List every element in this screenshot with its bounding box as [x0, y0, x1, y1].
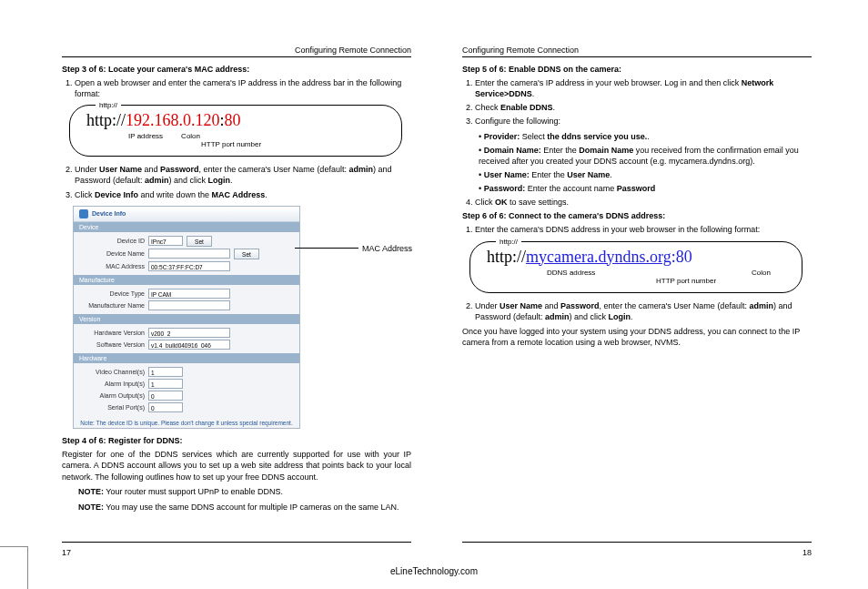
device-info-title: Device Info [92, 210, 126, 217]
footer-site: eLineTechnology.com [0, 566, 868, 576]
url-callout-ip: http:// http://192.168.0.120:80 IP addre… [69, 105, 402, 157]
section-header-left: Configuring Remote Connection [62, 46, 411, 55]
url-callout-ddns: http:// http://mycamera.dyndns.org:80 DD… [469, 241, 802, 293]
step4-note2: NOTE: You may use the same DDNS account … [78, 502, 411, 513]
url-ip: 192.168.0.120 [126, 111, 220, 129]
set-button-2[interactable]: Set [234, 249, 259, 259]
header-rule [62, 56, 411, 57]
serial-port-input[interactable]: 0 [148, 402, 183, 412]
device-info-header: Device Info [74, 207, 299, 222]
s5-item-1: Enter the camera's IP address in your we… [475, 77, 812, 99]
page-right: Configuring Remote Connection Step 5 of … [437, 27, 837, 564]
row-alarm-out: Alarm Output(s)0 [77, 391, 296, 401]
device-note: Note: The device ID is unique. Please do… [74, 416, 299, 428]
url2-sub: DDNS address Colon [483, 269, 789, 277]
s5-item-2: Check Enable DDNS. [475, 102, 812, 113]
manu-name-input[interactable] [148, 300, 230, 310]
url-main-2: http://mycamera.dyndns.org:80 [483, 246, 789, 269]
s5-bul-2: Domain Name: Enter the Domain Name you r… [479, 145, 812, 167]
step6-title: Step 6 of 6: Connect to the camera's DDN… [462, 211, 812, 220]
device-id-input[interactable]: IPnc7 [148, 236, 183, 246]
step4-note1: NOTE: Your router must support UPnP to e… [78, 486, 411, 498]
s3-item-3: Click Device Info and write down the MAC… [75, 189, 411, 200]
url-tag-2: http:// [496, 238, 521, 246]
page-spread: Configuring Remote Connection Step 3 of … [36, 27, 855, 564]
sub-port: HTTP port number [201, 140, 261, 148]
row-device-type: Device TypeIP CAM [77, 289, 296, 299]
sub-colon: Colon [181, 132, 200, 140]
step6-list-cont: Under User Name and Password, enter the … [462, 300, 812, 322]
s5-bul-1: Provider: Select the ddns service you us… [479, 131, 812, 142]
url-port: 80 [225, 111, 241, 129]
step4-para: Register for one of the DDNS services wh… [62, 449, 411, 483]
url-prefix: http:// [86, 111, 126, 129]
sect-hardware: Hardware [74, 353, 299, 363]
mac-address-label: MAC Address [362, 244, 412, 253]
device-type-input[interactable]: IP CAM [148, 289, 230, 299]
step4-title: Step 4 of 6: Register for DDNS: [62, 436, 411, 445]
row-video-ch: Video Channel(s)1 [77, 367, 296, 377]
mac-input[interactable]: 00:5C:37:FF:FC:D7 [148, 261, 230, 271]
row-alarm-in: Alarm Input(s)1 [77, 379, 296, 389]
s5-bul-4: Password: Enter the account name Passwor… [479, 183, 812, 194]
sect-manufacture: Manufacture [74, 275, 299, 285]
row-sw-version: Software Versionv1.4_build040916_046 [77, 340, 296, 350]
url-sub-port: HTTP port number [83, 140, 389, 148]
sub2-port: HTTP port number [656, 277, 716, 285]
step3-list-cont: Under User Name and Password, enter the … [62, 164, 411, 199]
section-header-right: Configuring Remote Connection [462, 46, 812, 55]
url-sub-labels: IP address Colon [83, 132, 389, 140]
pointer-line [295, 248, 358, 249]
s6-item-1: Enter the camera's DDNS address in your … [475, 224, 812, 235]
set-button-1[interactable]: Set [187, 236, 212, 247]
url2-port: 80 [676, 248, 692, 266]
step5-list-cont: Click OK to save settings. [462, 197, 812, 208]
url-main: http://192.168.0.120:80 [83, 109, 389, 132]
row-device-id: Device IDIPnc7Set [77, 236, 296, 247]
step3-list: Open a web browser and enter the camera'… [62, 77, 411, 99]
s5-item-4: Click OK to save settings. [475, 197, 812, 208]
step6-para: Once you have logged into your system us… [462, 326, 812, 349]
sub2-colon: Colon [752, 269, 771, 277]
s3-item-1: Open a web browser and enter the camera'… [75, 77, 411, 99]
alarm-in-input[interactable]: 1 [148, 379, 183, 389]
step6-list: Enter the camera's DDNS address in your … [462, 224, 812, 235]
page-number-left: 17 [62, 548, 71, 557]
footer-rule-left [62, 542, 411, 543]
video-ch-input[interactable]: 1 [148, 367, 183, 377]
url2-sub-port: HTTP port number [483, 277, 789, 285]
s6-item-2: Under User Name and Password, enter the … [475, 300, 812, 322]
mac-pointer: MAC Address [295, 244, 412, 253]
device-info-panel: Device Info Device Device IDIPnc7Set Dev… [73, 206, 300, 429]
step3-title: Step 3 of 6: Locate your camera's MAC ad… [62, 65, 411, 74]
step5-bullets: Provider: Select the ddns service you us… [462, 131, 812, 195]
row-device-name: Device NameSet [77, 249, 296, 259]
sub-ip: IP address [128, 132, 163, 140]
footer-rule-right [462, 542, 812, 543]
page-number-right: 18 [802, 548, 812, 557]
info-icon [79, 209, 88, 218]
s3-item-2: Under User Name and Password, enter the … [75, 164, 411, 186]
row-serial-port: Serial Port(s)0 [77, 402, 296, 412]
row-hw-version: Hardware Versionv200_2 [77, 328, 296, 338]
alarm-out-input[interactable]: 0 [148, 391, 183, 401]
device-info-figure: Device Info Device Device IDIPnc7Set Dev… [73, 206, 328, 429]
step5-title: Step 5 of 6: Enable DDNS on the camera: [462, 65, 812, 74]
s5-item-3: Configure the following: [475, 116, 812, 127]
sub2-addr: DDNS address [547, 269, 595, 277]
device-name-input[interactable] [148, 249, 230, 259]
row-mac: MAC Address00:5C:37:FF:FC:D7 [77, 261, 296, 271]
sw-version-input[interactable]: v1.4_build040916_046 [148, 340, 230, 350]
url-tag: http:// [96, 101, 121, 109]
url2-prefix: http:// [487, 248, 526, 266]
url2-host: mycamera.dyndns.org [526, 248, 671, 266]
step5-list: Enter the camera's IP address in your we… [462, 77, 812, 127]
hw-version-input[interactable]: v200_2 [148, 328, 230, 338]
page-left: Configuring Remote Connection Step 3 of … [36, 27, 437, 564]
row-manu-name: Manufacturer Name [77, 300, 296, 310]
sect-device: Device [74, 222, 299, 232]
s5-bul-3: User Name: Enter the User Name. [479, 169, 812, 180]
header-rule-right [462, 56, 812, 57]
sect-version: Version [74, 314, 299, 324]
